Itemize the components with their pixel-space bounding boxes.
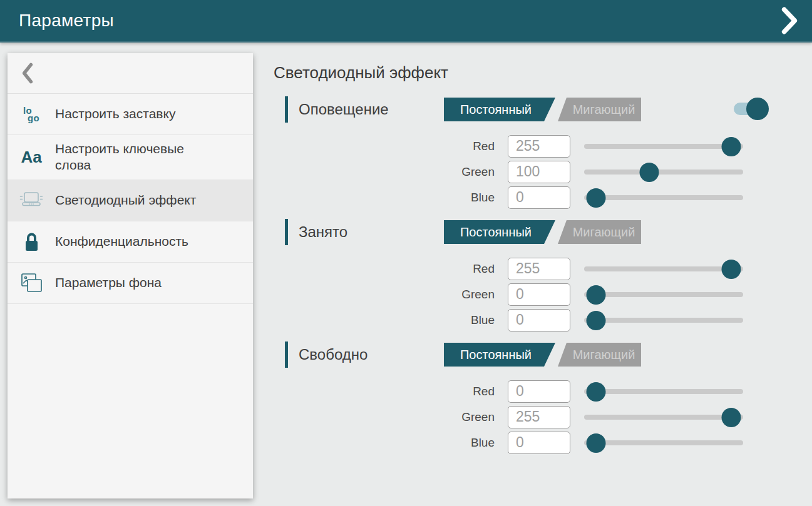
chevron-right-icon[interactable]	[781, 6, 798, 35]
rgb-row-green: Green	[438, 283, 812, 306]
sidebar-item-label: Светодиодный эффект	[55, 192, 196, 208]
red-slider[interactable]	[584, 380, 743, 403]
sidebar: logo Настроить заставку Aa Настроить клю…	[8, 53, 253, 498]
rgb-row-blue: Blue	[438, 186, 812, 209]
red-input[interactable]	[508, 135, 570, 158]
red-label: Red	[438, 385, 495, 398]
mode-option-blinking[interactable]: Мигающий	[558, 98, 641, 121]
red-slider[interactable]	[584, 135, 743, 158]
section-title: Оповещение	[299, 101, 444, 118]
section-busy: Занято Постоянный Мигающий Red Green	[285, 220, 812, 331]
rgb-row-blue: Blue	[438, 432, 812, 454]
red-label: Red	[438, 262, 495, 276]
blue-input[interactable]	[508, 432, 570, 454]
accent-bar	[285, 219, 288, 245]
mode-option-constant[interactable]: Постоянный	[444, 220, 555, 244]
slider-track[interactable]	[584, 292, 743, 297]
green-input[interactable]	[508, 161, 570, 183]
blue-slider[interactable]	[584, 309, 743, 331]
images-icon	[8, 273, 55, 293]
green-input[interactable]	[508, 406, 570, 428]
main-content: Светодиодный эффект Оповещение Постоянны…	[274, 63, 812, 457]
switch-thumb	[746, 98, 769, 120]
settings-window: Параметры logo Настроить заставку Aa	[0, 0, 812, 506]
slider-track[interactable]	[584, 440, 743, 445]
slider-thumb[interactable]	[587, 311, 606, 330]
slider-track[interactable]	[584, 144, 743, 149]
section-title: Свободно	[299, 346, 444, 363]
mode-toggle: Постоянный Мигающий	[444, 98, 641, 121]
slider-thumb[interactable]	[722, 260, 741, 279]
green-slider[interactable]	[584, 283, 743, 306]
monitor-icon	[8, 190, 55, 210]
slider-track[interactable]	[584, 170, 743, 175]
blue-label: Blue	[438, 313, 495, 327]
sidebar-item-led-effect[interactable]: Светодиодный эффект	[8, 180, 253, 221]
green-slider[interactable]	[584, 161, 743, 183]
sidebar-item-label: Настроить ключевые слова	[55, 141, 212, 174]
slider-thumb[interactable]	[587, 433, 606, 453]
slider-track[interactable]	[584, 195, 743, 200]
sidebar-item-label: Настроить заставку	[55, 106, 175, 122]
section-notification: Оповещение Постоянный Мигающий Red	[285, 97, 812, 209]
rgb-row-green: Green	[438, 161, 812, 183]
slider-thumb[interactable]	[587, 382, 606, 402]
slider-thumb[interactable]	[722, 137, 741, 156]
slider-thumb[interactable]	[639, 163, 659, 182]
blue-input[interactable]	[508, 186, 570, 209]
accent-bar	[285, 96, 288, 123]
blue-label: Blue	[438, 191, 495, 205]
blue-label: Blue	[438, 436, 495, 450]
mode-option-constant[interactable]: Постоянный	[444, 343, 555, 367]
slider-thumb[interactable]	[722, 408, 741, 427]
aa-icon: Aa	[8, 149, 55, 165]
section-free: Свободно Постоянный Мигающий Red Green	[285, 342, 812, 454]
chevron-left-icon	[21, 62, 34, 84]
red-label: Red	[438, 139, 495, 153]
accent-bar	[285, 342, 288, 368]
slider-track[interactable]	[584, 389, 743, 394]
blue-slider[interactable]	[584, 186, 743, 209]
rgb-row-red: Red	[438, 135, 812, 158]
blue-slider[interactable]	[584, 432, 743, 454]
red-input[interactable]	[508, 258, 570, 280]
green-label: Green	[438, 410, 495, 424]
sidebar-item-privacy[interactable]: Конфиденциальность	[8, 221, 253, 263]
lock-icon	[8, 231, 55, 252]
slider-thumb[interactable]	[587, 188, 606, 208]
page-title: Светодиодный эффект	[274, 63, 812, 82]
section-title: Занято	[299, 223, 444, 241]
mode-toggle: Постоянный Мигающий	[444, 220, 641, 244]
sidebar-item-background[interactable]: Параметры фона	[8, 263, 253, 304]
mode-option-constant[interactable]: Постоянный	[444, 98, 555, 121]
green-input[interactable]	[508, 283, 570, 306]
rgb-row-blue: Blue	[438, 309, 812, 331]
slider-track[interactable]	[584, 318, 743, 323]
green-slider[interactable]	[584, 406, 743, 428]
blue-input[interactable]	[508, 309, 570, 331]
mode-option-blinking[interactable]: Мигающий	[558, 220, 641, 244]
enable-switch[interactable]	[734, 98, 769, 120]
slider-thumb[interactable]	[587, 285, 606, 305]
sidebar-item-label: Параметры фона	[55, 275, 162, 291]
sidebar-item-keywords[interactable]: Aa Настроить ключевые слова	[8, 135, 253, 180]
red-input[interactable]	[508, 380, 570, 403]
sidebar-back-button[interactable]	[8, 53, 253, 94]
rgb-row-red: Red	[438, 258, 812, 280]
logo-icon: logo	[8, 107, 55, 122]
green-label: Green	[438, 165, 495, 179]
red-slider[interactable]	[584, 258, 743, 280]
sidebar-item-splash[interactable]: logo Настроить заставку	[8, 94, 253, 135]
rgb-row-red: Red	[438, 380, 812, 403]
mode-option-blinking[interactable]: Мигающий	[558, 343, 641, 367]
sidebar-item-label: Конфиденциальность	[55, 233, 188, 250]
app-header: Параметры	[0, 0, 812, 43]
app-title: Параметры	[19, 11, 114, 31]
rgb-row-green: Green	[438, 406, 812, 428]
mode-toggle: Постоянный Мигающий	[444, 343, 641, 367]
slider-track[interactable]	[584, 266, 743, 271]
slider-track[interactable]	[584, 415, 743, 420]
green-label: Green	[438, 288, 495, 301]
